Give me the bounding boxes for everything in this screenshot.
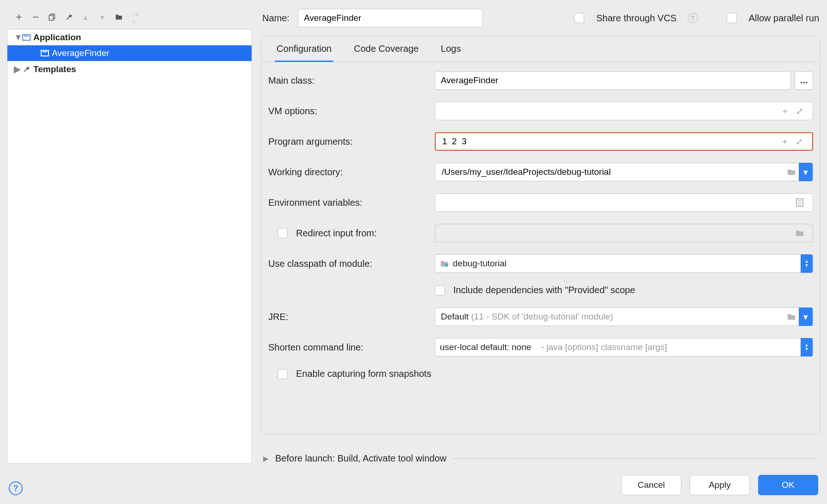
env-vars-label: Environment variables: — [268, 197, 426, 208]
share-vcs-label: Share through VCS — [596, 13, 676, 24]
jre-value: Default — [441, 312, 469, 322]
provided-scope-label: Include dependencies with "Provided" sco… — [453, 285, 635, 295]
snapshots-label: Enable capturing form snapshots — [296, 369, 431, 379]
separator-line — [453, 458, 818, 459]
apply-button[interactable]: Apply — [690, 475, 750, 495]
application-icon — [41, 50, 49, 56]
working-dir-dropdown-button[interactable]: ▾ — [799, 163, 813, 181]
env-vars-input[interactable] — [441, 197, 792, 208]
config-name-input[interactable] — [298, 9, 483, 27]
share-help-icon[interactable]: ? — [688, 13, 698, 23]
expand-arrow-icon: ▼ — [14, 32, 19, 43]
main-class-label: Main class: — [268, 75, 426, 86]
redirect-input-label: Redirect input from: — [296, 228, 430, 239]
before-launch-arrow-icon[interactable]: ▶ — [263, 455, 269, 463]
tab-configuration[interactable]: Configuration — [275, 36, 333, 62]
classpath-value: debug-tutorial — [453, 258, 506, 269]
ok-button[interactable]: OK — [758, 475, 818, 495]
name-label: Name: — [262, 13, 290, 24]
jre-label: JRE: — [268, 312, 426, 322]
folder-button[interactable] — [111, 11, 126, 24]
jre-folder-icon[interactable] — [784, 307, 799, 326]
main-class-input[interactable] — [435, 71, 791, 90]
sort-button[interactable]: ↓az — [128, 11, 143, 24]
working-dir-input[interactable] — [441, 166, 784, 178]
add-config-button[interactable] — [12, 11, 26, 24]
args-expand-icon[interactable]: ⤢ — [792, 132, 807, 151]
shorten-value: user-local default: none — [440, 342, 531, 352]
parallel-run-checkbox[interactable] — [727, 13, 737, 23]
tree-application-label: Application — [33, 32, 81, 43]
classpath-stepper-icon[interactable]: ▲▼ — [801, 254, 813, 273]
redirect-input-checkbox[interactable] — [278, 228, 288, 238]
help-button[interactable]: ? — [9, 481, 23, 495]
tree-templates-node[interactable]: ▶ Templates — [7, 61, 252, 77]
edit-templates-button[interactable] — [62, 11, 76, 24]
main-class-browse-button[interactable]: … — [795, 71, 813, 90]
snapshots-checkbox[interactable] — [278, 369, 288, 379]
tab-code-coverage[interactable]: Code Coverage — [352, 36, 420, 61]
shorten-hint: - java [options] classname [args] — [541, 342, 667, 352]
program-args-input[interactable] — [441, 136, 777, 147]
svg-rect-6 — [445, 264, 448, 267]
parallel-run-label: Allow parallel run — [749, 13, 819, 24]
vm-expand-icon[interactable]: ⤢ — [792, 102, 807, 120]
remove-config-button[interactable] — [28, 11, 43, 24]
move-up-button[interactable]: ▲ — [78, 11, 93, 24]
vm-options-input[interactable] — [441, 105, 778, 117]
share-vcs-checkbox[interactable] — [574, 13, 584, 23]
vm-options-label: VM options: — [268, 106, 426, 117]
tree-application-node[interactable]: ▼ Application — [7, 30, 252, 45]
application-icon — [22, 34, 31, 41]
module-icon — [440, 260, 449, 267]
config-toolbar: ▲ ▼ ↓az — [7, 7, 252, 27]
copy-config-button[interactable] — [45, 11, 60, 24]
shorten-label: Shorten command line: — [268, 342, 426, 353]
classpath-label: Use classpath of module: — [268, 258, 426, 269]
provided-scope-checkbox[interactable] — [435, 285, 445, 295]
svg-rect-1 — [49, 15, 53, 20]
move-down-button[interactable]: ▼ — [95, 11, 110, 24]
tab-logs[interactable]: Logs — [439, 36, 463, 61]
classpath-select[interactable]: debug-tutorial ▲▼ — [435, 254, 813, 273]
redirect-folder-icon — [792, 224, 807, 242]
working-dir-label: Working directory: — [268, 167, 426, 178]
env-vars-list-icon[interactable] — [792, 193, 807, 212]
tree-templates-label: Templates — [33, 64, 76, 74]
shorten-select[interactable]: user-local default: none - java [options… — [435, 338, 813, 356]
wrench-icon — [22, 65, 31, 74]
vm-add-icon[interactable]: ＋ — [778, 102, 792, 120]
tree-config-averagefinder[interactable]: AverageFinder — [7, 45, 252, 61]
config-tree: ▼ Application AverageFinder ▶ Templates — [7, 29, 252, 464]
args-add-icon[interactable]: ＋ — [777, 132, 792, 151]
program-args-label: Program arguments: — [268, 136, 426, 147]
tree-config-label: AverageFinder — [52, 48, 109, 58]
jre-dropdown-button[interactable]: ▾ — [799, 307, 813, 326]
cancel-button[interactable]: Cancel — [621, 475, 681, 495]
shorten-stepper-icon[interactable]: ▲▼ — [801, 338, 813, 356]
jre-hint: (11 - SDK of 'debug-tutorial' module) — [471, 312, 613, 322]
collapse-arrow-icon: ▶ — [14, 64, 19, 74]
before-launch-label[interactable]: Before launch: Build, Activate tool wind… — [275, 453, 446, 464]
working-dir-folder-icon[interactable] — [784, 163, 799, 181]
redirect-input-field — [441, 229, 792, 237]
